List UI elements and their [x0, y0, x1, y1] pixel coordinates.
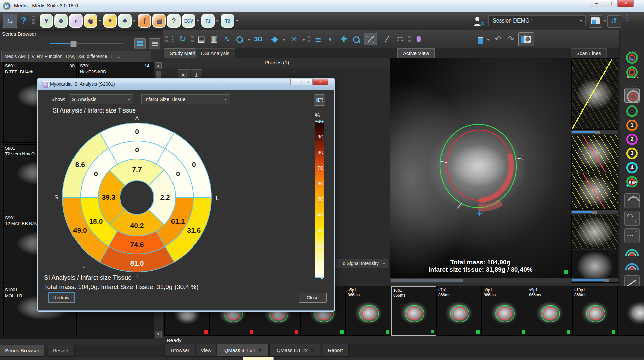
- active-view-scrollbar[interactable]: [390, 278, 571, 283]
- droplet-dropdown-arrow[interactable]: [283, 39, 286, 41]
- filmstrip-icon[interactable]: ▥: [208, 33, 220, 45]
- phase-thumbnail-s7p1[interactable]: s7p1866ms: [436, 286, 482, 336]
- scan-thumbnail[interactable]: [571, 215, 618, 249]
- scan-thumbnail[interactable]: [571, 173, 618, 210]
- phase-thumbnail-s8p1[interactable]: s8p1866ms: [482, 286, 527, 336]
- main-tab-report[interactable]: Report: [322, 344, 349, 357]
- close-session-icon[interactable]: ✕: [473, 16, 485, 26]
- pan-icon[interactable]: ✚: [337, 33, 350, 45]
- contrast-icon[interactable]: ◐: [325, 33, 337, 45]
- session-dropdown[interactable]: Session DEMO *: [488, 15, 586, 26]
- help-icon[interactable]: ?: [21, 15, 27, 26]
- dotted-contour-button[interactable]: •••⇣: [620, 228, 644, 244]
- scan-thumbnail[interactable]: [571, 58, 618, 130]
- user-app-icon[interactable]: ?: [167, 14, 181, 28]
- main-tab-qmass-8-1--2[interactable]: QMass 8.1 #2×: [269, 344, 321, 357]
- ecv-app-icon-dropdown-arrow[interactable]: [197, 20, 199, 22]
- study-tab[interactable]: Medis AMI (LV, RV Function, T2w, DSI, di…: [1, 51, 151, 62]
- phase-thumbnail-s10p1[interactable]: s10p1866ms: [572, 286, 617, 336]
- tab-dsi-analysis[interactable]: DSI Analysis: [195, 48, 235, 58]
- undo-icon[interactable]: ↶: [492, 33, 504, 45]
- t1-app-icon[interactable]: T1: [201, 14, 215, 28]
- tab-scan-lines[interactable]: Scan Lines: [571, 48, 607, 58]
- footer-tab-results[interactable]: Results: [48, 345, 75, 357]
- tulip-app-icon[interactable]: ♥: [103, 14, 117, 28]
- t2-app-icon[interactable]: T2: [221, 14, 234, 28]
- wheel-icon[interactable]: ✳: [288, 33, 300, 45]
- vessels-app-icon[interactable]: ♣: [118, 14, 132, 28]
- contour-green-icon[interactable]: [620, 105, 644, 118]
- zoom-loupe-icon[interactable]: [350, 33, 363, 45]
- maximize-button[interactable]: ▢: [604, 0, 617, 7]
- close-dialog-button[interactable]: Close: [299, 292, 327, 303]
- grid-view-button[interactable]: [134, 38, 146, 49]
- contour-2-icon[interactable]: 2: [620, 134, 644, 146]
- main-tab-browser[interactable]: Browser: [165, 344, 195, 357]
- t1-app-icon-dropdown-arrow[interactable]: [216, 20, 219, 22]
- delete-dropdown-arrow[interactable]: [487, 39, 490, 41]
- menu-kebab-icon[interactable]: ⋮: [624, 16, 630, 19]
- trans-view-icon[interactable]: TRANS: [620, 66, 644, 79]
- dialog-titlebar[interactable]: Myocardial SI Analysis (S2001) ─ ▢ ✕: [38, 79, 334, 90]
- layout-button[interactable]: ⇆: [3, 14, 17, 28]
- flow-app-icon[interactable]: ∫: [138, 14, 151, 28]
- dialog-minimize-button[interactable]: ─: [290, 79, 301, 85]
- candy-app-icon[interactable]: ◉: [84, 14, 97, 28]
- contours-tool-icon[interactable]: [620, 88, 644, 104]
- ref-view-icon[interactable]: REF+: [620, 176, 644, 189]
- q-loupe-dropdown-arrow[interactable]: [248, 39, 251, 41]
- scan-slider[interactable]: [571, 210, 618, 214]
- save-session-icon[interactable]: [589, 15, 602, 28]
- candy-app-icon-dropdown-arrow[interactable]: [99, 20, 101, 22]
- tissue-dropdown[interactable]: Infarct Size Tissue: [141, 94, 230, 104]
- 3d-view-icon[interactable]: 3D: [252, 33, 265, 45]
- toolbar-kebab-icon[interactable]: ⋮: [169, 33, 174, 45]
- q-loupe-icon[interactable]: [233, 33, 246, 45]
- phase-thumbnail-s6p1[interactable]: s6p1866ms: [391, 286, 436, 336]
- bean-icon[interactable]: ⬮: [412, 33, 425, 45]
- droplet-icon[interactable]: ◆: [268, 33, 281, 45]
- tab-close-icon[interactable]: ×: [311, 347, 314, 353]
- ruler-icon[interactable]: ⁄: [381, 33, 394, 45]
- report-app-icon[interactable]: ▤: [152, 14, 166, 28]
- phase-thumbnail-s9p1[interactable]: s9p1866ms: [527, 286, 572, 336]
- analysis-app-icon[interactable]: ☻: [54, 14, 68, 28]
- phase-thumbnail[interactable]: [617, 286, 644, 336]
- tab-close-icon[interactable]: ×: [259, 347, 262, 353]
- dialog-snapshot-icon[interactable]: [314, 94, 325, 106]
- redraw-button[interactable]: Redraw: [49, 292, 74, 303]
- curve-edit-icon[interactable]: ✕✕: [364, 33, 377, 45]
- thumb-size-slider-handle[interactable]: [70, 41, 77, 47]
- contour-4-icon[interactable]: 4: [620, 162, 644, 175]
- dialog-maximize-button[interactable]: ▢: [302, 79, 313, 85]
- colormap-arcs-icon-2[interactable]: [620, 260, 644, 273]
- contour-1-icon[interactable]: 1: [620, 120, 644, 132]
- scroll-up-icon[interactable]: ▲: [155, 62, 162, 69]
- t2-app-icon-dropdown-arrow[interactable]: [236, 20, 238, 22]
- scan-thumbnail[interactable]: [571, 135, 618, 172]
- reset-session-icon[interactable]: ↺: [607, 15, 621, 28]
- main-tab-qmass-8-1--1[interactable]: QMass 8.1 #1×: [217, 344, 269, 357]
- save-session-dropdown-arrow[interactable]: [603, 20, 606, 22]
- main-tab-view[interactable]: View: [196, 344, 216, 357]
- signal-curve-icon[interactable]: ∿: [220, 33, 233, 45]
- scan-thumbnail[interactable]: [571, 250, 618, 283]
- delete-icon[interactable]: [474, 33, 487, 45]
- scroll-down-icon[interactable]: ▼: [155, 331, 162, 338]
- phase-thumbnail-s5p1[interactable]: s5p1866ms: [346, 286, 391, 336]
- sail-app-icon[interactable]: ◗: [69, 14, 83, 28]
- minimize-button[interactable]: ─: [590, 0, 603, 7]
- dialog-close-icon[interactable]: ✕: [313, 79, 328, 85]
- footer-tab-series-browser[interactable]: Series Browser: [0, 345, 44, 357]
- redo-icon[interactable]: ↷: [504, 33, 517, 45]
- analysis-dropdown[interactable]: SI Analysis: [69, 94, 133, 104]
- lv-function-app-icon[interactable]: ♥: [40, 14, 53, 28]
- list-view-button[interactable]: [149, 38, 160, 49]
- tab-active-view[interactable]: Active View: [397, 48, 435, 58]
- active-view-panel[interactable]: Total mass: 104,90g Infarct size tissue:…: [390, 58, 571, 278]
- contour-3-icon[interactable]: 3: [620, 148, 644, 161]
- add-contour-button[interactable]: ◠+: [620, 211, 644, 227]
- ellipse-roi-icon[interactable]: ⬭: [394, 33, 406, 45]
- snapshot-camera-icon[interactable]: [518, 32, 534, 46]
- close-button[interactable]: ✕: [617, 0, 634, 7]
